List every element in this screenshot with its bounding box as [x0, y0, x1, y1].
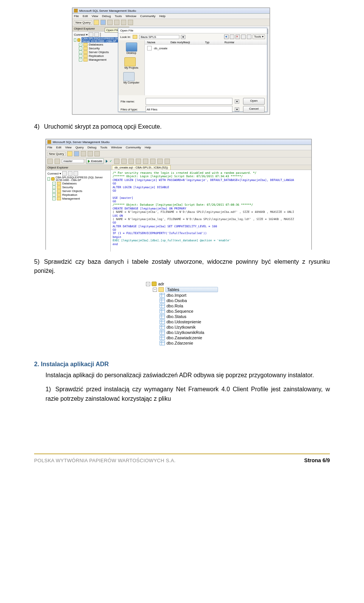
- tree-databases[interactable]: Databases: [62, 182, 77, 185]
- menu-edit[interactable]: Edit: [83, 14, 88, 18]
- oe-toolbtn[interactable]: [89, 32, 93, 37]
- menu-file[interactable]: File: [74, 14, 79, 18]
- expand-icon[interactable]: +: [52, 193, 56, 197]
- expand-icon[interactable]: −: [153, 288, 157, 292]
- sub-icon[interactable]: [143, 159, 148, 164]
- debug-icon[interactable]: [106, 160, 108, 163]
- menu-debug[interactable]: Debug: [102, 14, 111, 18]
- filename-drop-icon[interactable]: ▾: [235, 99, 239, 104]
- menu-file[interactable]: File: [47, 146, 52, 149]
- open-button[interactable]: Open: [243, 98, 265, 105]
- tree-security[interactable]: Security: [89, 47, 100, 50]
- sub-icon[interactable]: [136, 159, 141, 164]
- menu-debug[interactable]: Debug: [88, 146, 97, 149]
- sub-icon[interactable]: [47, 159, 53, 164]
- tree-security[interactable]: Security: [62, 186, 73, 189]
- filetype-drop-icon[interactable]: ▾: [235, 107, 239, 112]
- table-row[interactable]: dbo.Zdarzenie: [146, 340, 218, 346]
- expand-icon[interactable]: +: [79, 43, 82, 46]
- sub-icon[interactable]: [55, 159, 60, 164]
- delete-icon[interactable]: ✕: [235, 35, 240, 39]
- col-date[interactable]: Data modyfikacji: [170, 41, 190, 44]
- menu-community[interactable]: Community: [140, 14, 155, 18]
- filetype-input[interactable]: [146, 106, 232, 113]
- table-row[interactable]: dbo.Sequence: [146, 309, 218, 314]
- connect-button[interactable]: Connect ▾: [47, 172, 61, 175]
- sidebar-myprojects[interactable]: My Projects: [124, 66, 138, 69]
- menu-tools[interactable]: Tools: [115, 14, 122, 18]
- sub-icon[interactable]: [150, 159, 155, 164]
- expand-icon[interactable]: +: [79, 47, 82, 50]
- save-icon[interactable]: [74, 151, 79, 156]
- expand-icon[interactable]: −: [47, 177, 50, 181]
- db-combo[interactable]: master: [62, 159, 84, 163]
- desktop-icon[interactable]: [126, 43, 137, 52]
- tree-serverobjects[interactable]: Server Objects: [89, 50, 109, 54]
- menu-window[interactable]: Window: [111, 146, 122, 149]
- menu-tools[interactable]: Tools: [100, 146, 107, 149]
- menu-help[interactable]: Help: [145, 146, 151, 149]
- expand-icon[interactable]: −: [146, 282, 150, 286]
- mycomputer-icon[interactable]: [123, 72, 135, 81]
- menu-help[interactable]: Help: [159, 14, 165, 18]
- oe-toolbtn[interactable]: [68, 171, 72, 176]
- filename-input[interactable]: [146, 98, 232, 105]
- col-size[interactable]: Rozmiar: [224, 41, 234, 44]
- check-icon[interactable]: ✓: [110, 159, 112, 163]
- cancel-button[interactable]: Cancel: [243, 106, 265, 113]
- expand-icon[interactable]: −: [74, 38, 76, 42]
- editor-tab[interactable]: db_create.sql - CBA-SPLS\...\CBA (52)): [112, 165, 171, 170]
- expand-icon[interactable]: +: [79, 50, 82, 54]
- sidebar-mycomputer[interactable]: My Computer: [123, 81, 139, 84]
- new-query-button[interactable]: New Query: [47, 152, 66, 156]
- sub-icon[interactable]: [165, 159, 170, 164]
- table-row[interactable]: dbo.Uzytkownik: [146, 324, 218, 330]
- table-row[interactable]: dbo.Import: [146, 293, 218, 298]
- expand-icon[interactable]: +: [52, 186, 56, 189]
- oe-toolbtn[interactable]: [100, 33, 101, 37]
- tree-management[interactable]: Management: [89, 58, 107, 61]
- table-row[interactable]: dbo.Udostepnienie: [146, 319, 218, 324]
- save-icon[interactable]: [100, 20, 106, 25]
- table-row[interactable]: dbo.Status: [146, 314, 218, 319]
- lookin-combo[interactable]: Baza SPLS: [139, 35, 179, 39]
- new-query-button[interactable]: New Query: [74, 20, 92, 25]
- toolbar-icon[interactable]: [88, 151, 93, 156]
- tree-replication[interactable]: Replication: [62, 193, 77, 197]
- table-row[interactable]: dbo.Osoba: [146, 298, 218, 303]
- expand-icon[interactable]: +: [52, 189, 56, 193]
- toolbar-icon[interactable]: [81, 151, 86, 156]
- oe-toolbtn[interactable]: [74, 171, 78, 176]
- oe-toolbtn[interactable]: [62, 171, 67, 176]
- menu-view[interactable]: View: [92, 14, 98, 18]
- table-row[interactable]: dbo.UzytkownikRola: [146, 330, 218, 335]
- table-row[interactable]: dbo.Zaswiadczenie: [146, 335, 218, 340]
- toolbar-icon[interactable]: [121, 20, 126, 25]
- up-icon[interactable]: [230, 35, 234, 39]
- menu-view[interactable]: View: [65, 146, 72, 149]
- expand-icon[interactable]: +: [52, 182, 56, 185]
- sql-editor[interactable]: /* For security reasons the login is cre…: [111, 170, 311, 252]
- tree-management[interactable]: Management: [62, 197, 80, 200]
- expand-icon[interactable]: +: [79, 58, 82, 61]
- toolbar-icon[interactable]: [94, 151, 100, 156]
- views-icon[interactable]: [247, 35, 251, 39]
- sub-icon[interactable]: [129, 159, 134, 164]
- toolbar-icon[interactable]: [114, 20, 119, 25]
- toolbar-icon[interactable]: [107, 20, 113, 25]
- lookin-drop-icon[interactable]: ▾: [181, 35, 185, 39]
- col-name[interactable]: Nazwa: [147, 41, 155, 44]
- tree-databases[interactable]: Databases: [89, 43, 103, 46]
- tree-serverobjects[interactable]: Server Objects: [62, 189, 82, 193]
- menu-window[interactable]: Window: [126, 14, 136, 18]
- newfolder-icon[interactable]: [241, 35, 246, 39]
- menu-edit[interactable]: Edit: [56, 146, 61, 149]
- tools-button[interactable]: Tools ▾: [253, 35, 265, 39]
- oe-toolbtn[interactable]: [94, 32, 99, 37]
- menu-community[interactable]: Community: [126, 146, 141, 149]
- expand-icon[interactable]: +: [79, 54, 82, 58]
- table-row[interactable]: dbo.Rola: [146, 303, 218, 309]
- file-row[interactable]: db_create: [145, 45, 267, 52]
- back-icon[interactable]: ◄: [224, 35, 229, 39]
- tree-replication[interactable]: Replication: [89, 54, 104, 58]
